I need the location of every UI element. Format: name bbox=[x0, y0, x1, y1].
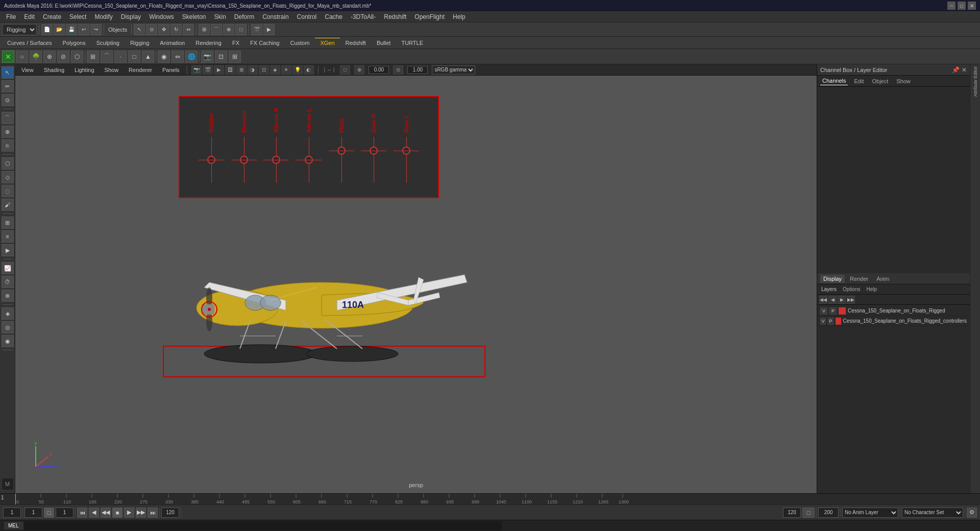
menu-deform[interactable]: Deform bbox=[230, 12, 258, 21]
layer-next-btn[interactable]: ▶ bbox=[838, 296, 846, 304]
tc-anim-btn[interactable]: □ bbox=[802, 508, 815, 518]
vp-select-icon[interactable]: ▶ bbox=[214, 65, 224, 75]
vp-grid-icon[interactable]: ⊞ bbox=[236, 65, 247, 75]
tab-curves-surfaces[interactable]: Curves / Surfaces bbox=[2, 38, 57, 47]
rp-tab-show[interactable]: Show bbox=[894, 77, 913, 85]
graph-lt[interactable]: 📈 bbox=[2, 262, 14, 274]
menu-display[interactable]: Display bbox=[117, 12, 145, 21]
vp-menu-view[interactable]: View bbox=[18, 66, 37, 74]
vp-menu-shading[interactable]: Shading bbox=[41, 66, 67, 74]
tab-bullet[interactable]: Bullet bbox=[372, 38, 396, 47]
layer-back-btn[interactable]: ◀◀ bbox=[819, 296, 827, 304]
vp-image-icon[interactable]: 🖼 bbox=[225, 65, 235, 75]
tc-frame-box[interactable]: □ bbox=[44, 508, 54, 518]
save-btn[interactable]: 💾 bbox=[66, 24, 77, 35]
tc-anim-layer-select[interactable]: No Anim Layer bbox=[842, 508, 898, 518]
vp-tex-icon[interactable]: ◈ bbox=[270, 65, 280, 75]
curve-tool-lt[interactable]: ⌒ bbox=[2, 112, 14, 124]
tc-play-back-btn[interactable]: ◀◀ bbox=[101, 508, 111, 518]
tab-custom[interactable]: Custom bbox=[285, 38, 315, 47]
vp-gamma-input[interactable] bbox=[407, 66, 428, 74]
layer-v-btn-1[interactable]: V bbox=[820, 307, 827, 315]
mel-input[interactable] bbox=[23, 521, 502, 530]
tab-turtle[interactable]: TURTLE bbox=[396, 38, 428, 47]
rp-tab-edit[interactable]: Edit bbox=[852, 77, 866, 85]
tab-animation[interactable]: Animation bbox=[155, 38, 190, 47]
tab-rigging[interactable]: Rigging bbox=[125, 38, 154, 47]
vp-menu-renderer[interactable]: Renderer bbox=[126, 66, 155, 74]
maximize-button[interactable]: □ bbox=[958, 2, 966, 10]
window-controls[interactable]: ─ □ ✕ bbox=[947, 2, 976, 10]
viewport-canvas[interactable]: Rudder Elevator Aileron R Aileron L Flap… bbox=[15, 76, 817, 493]
hierarchy-icon[interactable]: 🌳 bbox=[30, 51, 42, 63]
rp-tab-object[interactable]: Object bbox=[870, 77, 890, 85]
snap-to-view-icon[interactable]: □ bbox=[128, 51, 140, 63]
menu-select[interactable]: Select bbox=[65, 12, 90, 21]
layer-v-btn-2[interactable]: V bbox=[820, 318, 826, 325]
dra-tab-render[interactable]: Render bbox=[847, 275, 871, 283]
lasso-btn[interactable]: ⊙ bbox=[146, 24, 157, 35]
move-tool-lt[interactable]: ↖ bbox=[2, 66, 14, 79]
joint-tool-lt[interactable]: ⊕ bbox=[2, 126, 14, 138]
layer-end-btn[interactable]: ▶▶ bbox=[847, 296, 855, 304]
vp-exposure-input[interactable] bbox=[369, 66, 389, 74]
fit-icon[interactable]: ⊡ bbox=[215, 51, 227, 63]
channel-lt[interactable]: ▶ bbox=[2, 244, 14, 256]
misc1-lt[interactable]: ◈ bbox=[2, 307, 14, 320]
symmetry-icon[interactable]: ⇔ bbox=[172, 51, 184, 63]
paint-tool-lt[interactable]: ✏ bbox=[2, 80, 14, 92]
soft-select-icon[interactable]: ◉ bbox=[158, 51, 170, 63]
mode-selector[interactable]: Rigging bbox=[2, 24, 37, 35]
vp-aa-icon[interactable]: ⊕ bbox=[354, 65, 364, 75]
layer-p-btn-1[interactable]: P bbox=[829, 307, 837, 315]
menu-skeleton[interactable]: Skeleton bbox=[178, 12, 210, 21]
menu-windows[interactable]: Windows bbox=[145, 12, 178, 21]
snap-surface-btn[interactable]: □ bbox=[235, 24, 247, 35]
scale-tool-btn[interactable]: ⇔ bbox=[183, 24, 194, 35]
tc-settings-btn[interactable]: ⚙ bbox=[967, 508, 977, 518]
render-btn[interactable]: 🎬 bbox=[251, 24, 262, 35]
tc-current-frame[interactable] bbox=[3, 508, 21, 518]
ipr-btn[interactable]: ▶ bbox=[263, 24, 275, 35]
undo-btn[interactable]: ↩ bbox=[78, 24, 89, 35]
vp-menu-lighting[interactable]: Lighting bbox=[71, 66, 97, 74]
sculpt-tool-lt[interactable]: ◌ bbox=[2, 185, 14, 197]
timeline[interactable]: 0 55 110 165 220 275 330 385 440 495 550… bbox=[0, 493, 980, 504]
tc-step-fwd-btn[interactable]: ▶▶ bbox=[136, 508, 146, 518]
component-mode-icon[interactable]: ○ bbox=[16, 51, 28, 63]
tab-fx[interactable]: FX bbox=[227, 38, 244, 47]
tc-play-fwd-btn[interactable]: ▶ bbox=[124, 508, 134, 518]
timeline-lt[interactable]: ⏱ bbox=[2, 276, 14, 288]
close-button[interactable]: ✕ bbox=[968, 2, 976, 10]
select-mode-icon[interactable]: ✕ bbox=[2, 51, 14, 63]
cage-icon[interactable]: ⬡ bbox=[71, 51, 83, 63]
menu-constrain[interactable]: Constrain bbox=[258, 12, 292, 21]
menu-file[interactable]: File bbox=[2, 12, 20, 21]
tc-range-start[interactable] bbox=[24, 508, 42, 518]
new-file-btn[interactable]: 📄 bbox=[41, 24, 53, 35]
vp-shading-icon[interactable]: ◑ bbox=[248, 65, 258, 75]
minimize-button[interactable]: ─ bbox=[947, 2, 955, 10]
rotate-tool-btn[interactable]: ↻ bbox=[170, 24, 182, 35]
snap-point-btn[interactable]: ⊕ bbox=[223, 24, 234, 35]
blend-lt[interactable]: ⊗ bbox=[2, 289, 14, 302]
lst-options[interactable]: Options bbox=[841, 286, 862, 293]
layer-item-controllers[interactable]: V P Cessna_150_Seaplane_on_Floats_Rigged… bbox=[818, 316, 969, 326]
menu-control[interactable]: Control bbox=[293, 12, 321, 21]
vp-res-icon[interactable]: □ bbox=[340, 65, 350, 75]
move-tool-btn[interactable]: ✥ bbox=[158, 24, 169, 35]
vp-camera-icon[interactable]: 📷 bbox=[191, 65, 202, 75]
lasso-tool-lt[interactable]: ⊙ bbox=[2, 94, 14, 106]
snap-to-grid-icon[interactable]: ⊞ bbox=[87, 51, 99, 63]
right-panel-pin-btn[interactable]: 📌 bbox=[952, 66, 960, 74]
snap-to-curve-icon[interactable]: ⌒ bbox=[101, 51, 113, 63]
lst-layers[interactable]: Layers bbox=[819, 286, 839, 293]
menu-skin[interactable]: Skin bbox=[210, 12, 230, 21]
attribute-editor-strip[interactable]: Attribute Editor bbox=[970, 64, 980, 493]
menu-cache[interactable]: Cache bbox=[321, 12, 347, 21]
vp-exposure-icon[interactable]: ⊙ bbox=[393, 65, 403, 75]
menu-help[interactable]: Help bbox=[449, 12, 470, 21]
right-panel-close-btn[interactable]: ✕ bbox=[962, 66, 967, 74]
menu-openflight[interactable]: OpenFlight bbox=[410, 12, 449, 21]
dra-tab-anim[interactable]: Anim bbox=[873, 275, 892, 283]
